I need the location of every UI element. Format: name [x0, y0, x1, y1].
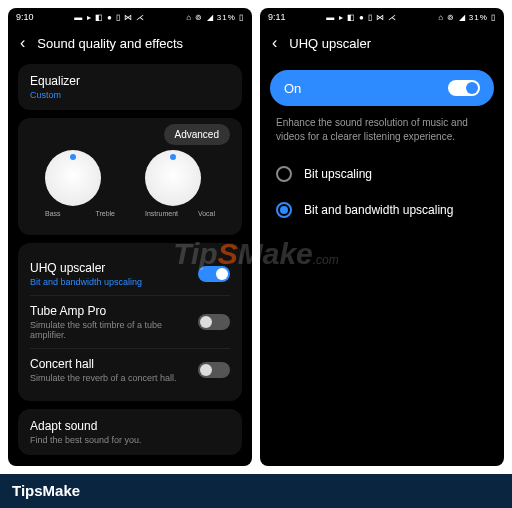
- knob-label: Vocal: [198, 210, 215, 217]
- knob-label: Treble: [95, 210, 115, 217]
- option-label: Bit upscaling: [304, 167, 372, 181]
- radio-icon[interactable]: [276, 166, 292, 182]
- setting-uhq[interactable]: UHQ upscaler Bit and bandwidth upscaling: [30, 253, 230, 295]
- knob-label: Bass: [45, 210, 61, 217]
- status-icons-left: ▬ ▸ ◧ ● ▯ ⋈ ⋌: [74, 13, 145, 22]
- status-time: 9:10: [16, 12, 34, 22]
- phone-right: 9:11 ▬ ▸ ◧ ● ▯ ⋈ ⋌ ⌂ ⊚ ◢ 31% ▯ ‹ UHQ ups…: [260, 8, 504, 466]
- adapt-card[interactable]: Adapt sound Find the best sound for you.: [18, 409, 242, 455]
- page-title: UHQ upscaler: [289, 36, 371, 51]
- setting-sub: Find the best sound for you.: [30, 435, 230, 445]
- screenshot-pair: 9:10 ▬ ▸ ◧ ● ▯ ⋈ ⋌ ⌂ ⊚ ◢ 31% ▯ ‹ Sound q…: [0, 0, 512, 474]
- knob-label: Instrument: [145, 210, 178, 217]
- on-label: On: [284, 81, 301, 96]
- toggle-switch[interactable]: [198, 314, 230, 330]
- toggle-switch[interactable]: [198, 362, 230, 378]
- tone-card: Advanced Bass Treble Instrument: [18, 118, 242, 235]
- master-toggle[interactable]: On .blue-bar .toggle.on::after{backgroun…: [270, 70, 494, 106]
- toggle-switch[interactable]: [198, 266, 230, 282]
- dial-icon[interactable]: [145, 150, 201, 206]
- status-icons-left: ▬ ▸ ◧ ● ▯ ⋈ ⋌: [326, 13, 397, 22]
- page-header: ‹ UHQ upscaler: [260, 26, 504, 64]
- option-bit-bandwidth[interactable]: Bit and bandwidth upscaling: [260, 192, 504, 228]
- back-icon[interactable]: ‹: [20, 34, 25, 52]
- description-text: Enhance the sound resolution of music an…: [260, 116, 504, 156]
- setting-tube-amp[interactable]: Tube Amp Pro Simulate the soft timbre of…: [30, 295, 230, 348]
- option-label: Bit and bandwidth upscaling: [304, 203, 453, 217]
- page-header: ‹ Sound quality and effects: [8, 26, 252, 64]
- equalizer-title: Equalizer: [30, 74, 230, 88]
- dial-icon[interactable]: [45, 150, 101, 206]
- setting-title: Concert hall: [30, 357, 177, 371]
- status-time: 9:11: [268, 12, 286, 22]
- equalizer-sub: Custom: [30, 90, 230, 100]
- setting-sub: Simulate the reverb of a concert hall.: [30, 373, 177, 383]
- status-bar: 9:11 ▬ ▸ ◧ ● ▯ ⋈ ⋌ ⌂ ⊚ ◢ 31% ▯: [260, 8, 504, 26]
- page-title: Sound quality and effects: [37, 36, 183, 51]
- setting-concert-hall[interactable]: Concert hall Simulate the reverb of a co…: [30, 348, 230, 391]
- phone-left: 9:10 ▬ ▸ ◧ ● ▯ ⋈ ⋌ ⌂ ⊚ ◢ 31% ▯ ‹ Sound q…: [8, 8, 252, 466]
- equalizer-card[interactable]: Equalizer Custom: [18, 64, 242, 110]
- setting-title: Adapt sound: [30, 419, 230, 433]
- status-icons-right: ⌂ ⊚ ◢ 31% ▯: [186, 13, 244, 22]
- advanced-button[interactable]: Advanced: [164, 124, 230, 145]
- status-icons-right: ⌂ ⊚ ◢ 31% ▯: [438, 13, 496, 22]
- setting-title: Tube Amp Pro: [30, 304, 198, 318]
- status-bar: 9:10 ▬ ▸ ◧ ● ▯ ⋈ ⋌ ⌂ ⊚ ◢ 31% ▯: [8, 8, 252, 26]
- knob-instrument-vocal[interactable]: Instrument Vocal: [145, 150, 215, 217]
- back-icon[interactable]: ‹: [272, 34, 277, 52]
- footer-brand: TipsMake: [0, 474, 512, 507]
- radio-icon[interactable]: [276, 202, 292, 218]
- setting-sub: Simulate the soft timbre of a tube ampli…: [30, 320, 198, 340]
- setting-title: UHQ upscaler: [30, 261, 142, 275]
- setting-sub: Bit and bandwidth upscaling: [30, 277, 142, 287]
- option-bit-upscaling[interactable]: Bit upscaling: [260, 156, 504, 192]
- effects-card: UHQ upscaler Bit and bandwidth upscaling…: [18, 243, 242, 401]
- knob-bass-treble[interactable]: Bass Treble: [45, 150, 115, 217]
